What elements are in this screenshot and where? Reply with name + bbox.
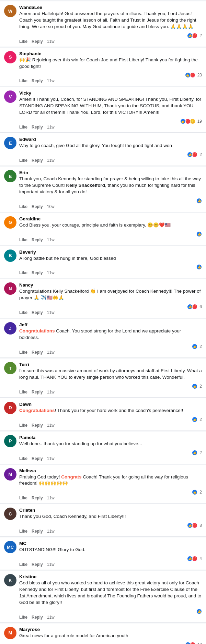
comment-item: KKristineGod bless all of you who worked… [0, 571, 206, 623]
comment-body: PamelaWell done.. thank you for standing… [19, 435, 202, 461]
like-button[interactable]: Like [19, 456, 27, 461]
like-button[interactable]: Like [19, 390, 27, 394]
comment-time: 11w [47, 125, 55, 130]
comment-time: 11w [47, 529, 55, 534]
avatar: W [4, 5, 16, 17]
reaction-row: 👍2 [193, 489, 202, 495]
like-button[interactable]: Like [19, 562, 27, 567]
reply-button[interactable]: Reply [32, 456, 43, 461]
reply-button[interactable]: Reply [32, 496, 43, 500]
reaction-icon-like: 👍 [187, 304, 193, 309]
like-button[interactable]: Like [19, 158, 27, 163]
reaction-count: 2 [199, 450, 202, 455]
comment-time: 11w [47, 496, 55, 500]
comment-actions: LikeReply11w [19, 390, 202, 394]
reply-button[interactable]: Reply [32, 78, 43, 83]
comment-text: Amen and Hallelujah! God answered the pr… [19, 11, 202, 30]
reaction-area: 👍❤️8 [19, 521, 202, 528]
reaction-icon-love: ❤️ [192, 152, 197, 157]
reaction-area: 👍❤️10 [19, 641, 202, 644]
reply-button[interactable]: Reply [32, 310, 43, 315]
reply-button[interactable]: Reply [32, 270, 43, 275]
comment-author: Jeff [19, 322, 202, 327]
comment-actions: LikeReply11w [19, 496, 202, 500]
reaction-area: 👍 [19, 197, 202, 204]
reply-button[interactable]: Reply [32, 615, 43, 620]
reply-button[interactable]: Reply [32, 390, 43, 394]
reaction-icon-love: ❤️ [190, 72, 195, 78]
reaction-count: 19 [197, 119, 202, 124]
comment-text: Thank you God, Coach Kennedy, and First … [19, 513, 202, 520]
reaction-count: 2 [199, 384, 202, 389]
comment-author: Stephanie [19, 51, 202, 56]
like-button[interactable]: Like [19, 238, 27, 242]
like-button[interactable]: Like [19, 615, 27, 620]
comment-item: NNancyCongratulations Kelly Shackelford … [0, 279, 206, 318]
reaction-row: 👍2 [193, 384, 202, 389]
avatar: M [4, 627, 16, 639]
comment-actions: LikeReply11w [19, 125, 202, 130]
reaction-row: 👍❤️23 [186, 72, 202, 78]
comment-time: 11w [47, 78, 55, 83]
like-button[interactable]: Like [19, 39, 27, 44]
like-button[interactable]: Like [19, 270, 27, 275]
comment-author: MC [19, 541, 202, 546]
reply-button[interactable]: Reply [32, 158, 43, 163]
reply-button[interactable]: Reply [32, 39, 43, 44]
reaction-row: 👍❤️8 [188, 523, 202, 528]
comment-item: PPamelaWell done.. thank you for standin… [0, 432, 206, 464]
reply-button[interactable]: Reply [32, 350, 43, 355]
reaction-row: 👍❤️4 [188, 556, 202, 561]
reaction-icon-like: 👍 [187, 556, 193, 561]
comment-item: GGeraldineGod Bless you, your courage, p… [0, 213, 206, 245]
reply-button[interactable]: Reply [32, 238, 43, 242]
comment-item: CCristenThank you God, Coach Kennedy, an… [0, 504, 206, 537]
comment-author: Dawn [19, 402, 202, 407]
reaction-area: 👍❤️2 [19, 32, 202, 38]
comment-body: MaryroseGreat news for a great role mode… [19, 627, 202, 644]
comment-time: 11w [47, 39, 55, 44]
reply-button[interactable]: Reply [32, 423, 43, 428]
comment-actions: LikeReply11w [19, 270, 202, 275]
comment-time: 11w [47, 562, 55, 567]
like-button[interactable]: Like [19, 350, 27, 355]
reaction-row: 👍2 [193, 417, 202, 422]
comment-author: Kristine [19, 574, 202, 579]
comment-body: VickyAmen!!! Thank you, Coach, for STAND… [19, 90, 202, 130]
comment-body: WandaLeeAmen and Hallelujah! God answere… [19, 5, 202, 44]
like-button[interactable]: Like [19, 125, 27, 130]
reaction-row: 👍2 [193, 344, 202, 349]
like-button[interactable]: Like [19, 529, 27, 534]
avatar: P [4, 435, 16, 447]
comment-item: EErinThank you, Coach Kennedy for standi… [0, 167, 206, 212]
like-button[interactable]: Like [19, 78, 27, 83]
comment-time: 10w [47, 204, 55, 209]
reaction-icon-like: 👍 [187, 523, 193, 528]
reaction-icon-love: ❤️ [190, 642, 195, 644]
avatar: S [4, 51, 16, 63]
comment-author: Maryrose [19, 627, 202, 632]
reply-button[interactable]: Reply [32, 125, 43, 130]
reaction-count: 2 [199, 33, 202, 38]
reply-button[interactable]: Reply [32, 204, 43, 209]
reaction-area: 👍2 [19, 449, 202, 455]
reaction-row: 👍❤️2 [188, 33, 202, 38]
comment-time: 11w [47, 270, 55, 275]
reaction-icon-like: 👍 [185, 642, 191, 644]
comment-item: MCMCOUTSTANDING!!! Glory to God.👍❤️4Like… [0, 537, 206, 570]
reaction-icon-like: 👍 [192, 489, 197, 495]
avatar: E [4, 137, 16, 149]
like-button[interactable]: Like [19, 310, 27, 315]
like-button[interactable]: Like [19, 204, 27, 209]
comment-author: Nancy [19, 282, 202, 288]
reply-button[interactable]: Reply [32, 562, 43, 567]
reaction-icon-love: ❤️ [192, 304, 197, 309]
reaction-row: 👍❤️2 [188, 152, 202, 157]
like-button[interactable]: Like [19, 496, 27, 500]
reaction-area: 👍❤️2 [19, 150, 202, 157]
comment-actions: LikeReply11w [19, 423, 202, 428]
comment-author: WandaLee [19, 5, 202, 10]
reaction-area: 👍2 [19, 382, 202, 389]
like-button[interactable]: Like [19, 423, 27, 428]
reply-button[interactable]: Reply [32, 529, 43, 534]
